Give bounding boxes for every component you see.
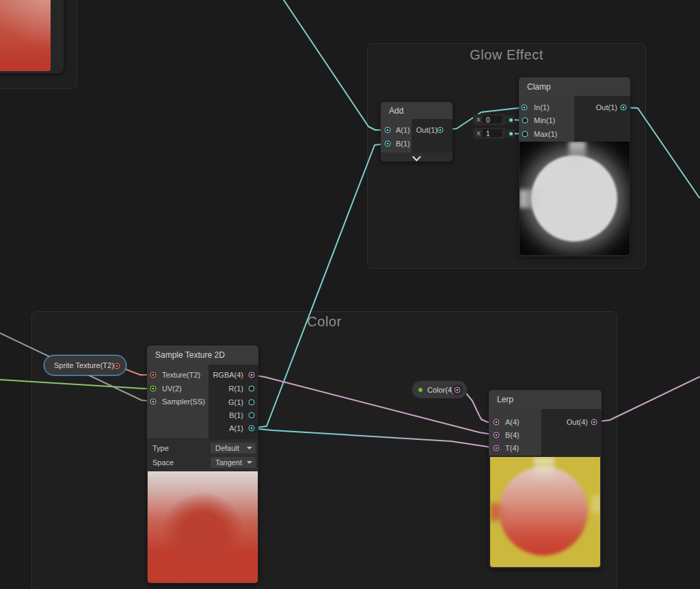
port-label: A(1) <box>229 424 243 432</box>
node-title[interactable]: Sample Texture 2D <box>147 345 258 365</box>
node-add[interactable]: Add A(1) B(1) Out(1) <box>381 102 453 161</box>
port-sampler[interactable] <box>150 399 157 405</box>
port-a[interactable] <box>249 426 255 432</box>
node-clamp[interactable]: Clamp In(1) Min(1) Max(1) Out(1) <box>519 77 630 257</box>
port-label: B(1) <box>229 411 243 419</box>
port-label: Min(1) <box>534 116 555 125</box>
node-title[interactable]: Add <box>381 102 453 119</box>
node-partial-topleft[interactable] <box>0 0 64 73</box>
port-g[interactable] <box>249 400 255 406</box>
property-pill-color[interactable]: Color(4) <box>412 380 468 399</box>
control-label: Type <box>152 444 169 452</box>
max-default-field[interactable]: X 1 <box>473 128 506 139</box>
port-label: Max(1) <box>534 130 557 138</box>
port-label: A(4) <box>505 418 520 426</box>
port-label: Out(1) <box>416 126 438 134</box>
port-clamp-min[interactable] <box>522 118 528 124</box>
exposed-dot-icon <box>418 388 422 392</box>
min-value-input[interactable]: 0 <box>483 116 502 123</box>
port-label: G(1) <box>228 398 243 406</box>
port-sprite-texture-out[interactable] <box>114 363 120 369</box>
port-label: T(4) <box>505 444 519 452</box>
property-pill-sprite-texture[interactable]: Sprite Texture(T2) <box>44 355 126 376</box>
dropdown-value: Tangent <box>215 458 242 467</box>
max-default-connector-icon <box>507 129 515 138</box>
port-clamp-max[interactable] <box>522 131 528 138</box>
node-title[interactable]: Lerp <box>489 390 602 409</box>
port-lerp-out[interactable] <box>591 419 597 426</box>
port-lerp-a[interactable] <box>494 419 500 426</box>
chevron-down-icon <box>247 447 252 449</box>
port-b[interactable] <box>249 413 255 419</box>
node-preview-texture <box>148 471 258 583</box>
port-add-b[interactable] <box>385 141 391 147</box>
x-label: X <box>476 130 481 137</box>
min-default-connector-icon <box>507 116 515 124</box>
property-label: Sprite Texture(T2) <box>54 361 114 369</box>
port-rgba[interactable] <box>249 372 255 378</box>
port-label: B(1) <box>396 140 410 148</box>
edge-sample-a-to-lerp-t[interactable] <box>252 428 496 448</box>
port-label: UV(2) <box>162 384 182 393</box>
edge-lerp-out-to-right[interactable] <box>594 377 699 422</box>
port-label: Texture(T2) <box>162 371 200 379</box>
dropdown-value: Default <box>215 444 239 452</box>
property-label: Color(4) <box>427 386 455 394</box>
collapse-chevron-icon[interactable] <box>412 153 421 161</box>
node-title[interactable]: Clamp <box>519 77 630 96</box>
port-label: Out(4) <box>567 418 588 426</box>
port-lerp-t[interactable] <box>494 445 500 451</box>
min-default-field[interactable]: X 0 <box>473 114 506 125</box>
port-label: R(1) <box>229 384 243 393</box>
space-dropdown[interactable]: Tangent <box>211 457 256 468</box>
port-clamp-out[interactable] <box>621 105 627 111</box>
port-label: Out(1) <box>596 103 617 112</box>
port-texture[interactable] <box>150 372 157 378</box>
port-label: A(1) <box>396 126 410 134</box>
collapse-strip[interactable] <box>381 153 453 161</box>
node-sample-texture-2d[interactable]: Sample Texture 2D Texture(T2) UV(2) Samp… <box>147 345 258 584</box>
edge-offscreen-to-uv[interactable] <box>0 380 153 389</box>
port-r[interactable] <box>249 386 255 392</box>
port-label: B(4) <box>505 431 520 439</box>
port-add-out[interactable] <box>438 127 444 133</box>
node-preview-glow <box>520 142 630 255</box>
port-label: In(1) <box>534 103 550 112</box>
node-lerp[interactable]: Lerp A(4) B(4) T(4) Out(4) <box>489 390 602 568</box>
x-label: X <box>476 116 481 123</box>
port-add-a[interactable] <box>385 127 391 133</box>
port-lerp-b[interactable] <box>494 432 500 439</box>
port-label: Sampler(SS) <box>162 397 205 406</box>
node-controls: Type Default Space Tangent <box>147 439 258 471</box>
port-uv[interactable] <box>150 386 157 392</box>
node-preview-lerp <box>490 457 600 567</box>
control-label: Space <box>152 458 174 467</box>
edge-clamp-out-to-right[interactable] <box>623 107 699 198</box>
max-value-input[interactable]: 1 <box>483 129 502 137</box>
edge-offscreen-to-add-a[interactable] <box>284 0 388 130</box>
node-preview-sprite <box>0 0 51 71</box>
chevron-down-icon <box>247 461 252 464</box>
edge-sample-a-to-add-b[interactable] <box>252 144 388 428</box>
port-label: RGBA(4) <box>213 371 243 379</box>
type-dropdown[interactable]: Default <box>211 443 256 454</box>
shader-graph-canvas[interactable]: Glow Effect Color Add <box>0 0 700 589</box>
port-color-out[interactable] <box>455 387 461 393</box>
port-clamp-in[interactable] <box>522 105 528 111</box>
